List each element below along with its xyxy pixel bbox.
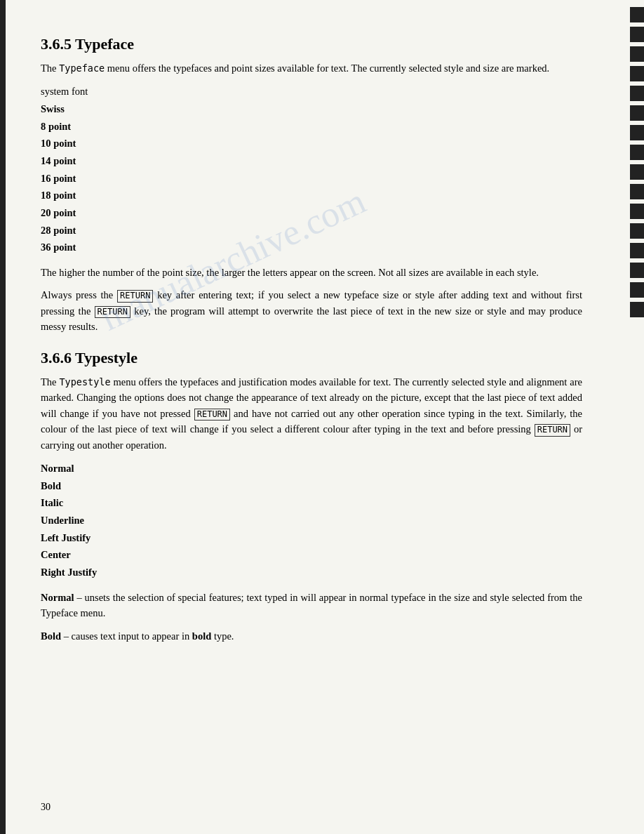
tab-mark <box>630 125 644 140</box>
typeface-code: Typeface <box>59 62 105 74</box>
page: manualarchive.com 3.6.5 Typeface The Typ… <box>0 0 644 834</box>
list-item: 28 point <box>41 222 582 239</box>
section-366-heading: 3.6.6 Typestyle <box>41 349 582 367</box>
bold-example: bold <box>192 630 211 642</box>
normal-term: Normal <box>41 592 74 603</box>
return-key-2: RETURN <box>95 306 130 319</box>
list-item: 16 point <box>41 170 582 187</box>
list-item: Center <box>41 546 582 564</box>
bold-term: Bold <box>41 630 61 642</box>
list-item: Bold <box>41 477 582 495</box>
list-item: 36 point <box>41 239 582 256</box>
list-item: Normal <box>41 460 582 477</box>
list-item: Left Justify <box>41 529 582 547</box>
tab-mark <box>630 66 644 81</box>
typestyle-menu-list: Normal Bold Italic Underline Left Justif… <box>41 460 582 581</box>
tab-mark <box>630 223 644 239</box>
section-366-intro: The Typestyle menu offers the typefaces … <box>41 374 582 453</box>
tab-mark <box>630 145 644 160</box>
list-item: 14 point <box>41 152 582 170</box>
section-365-para2: Always press the RETURN key after enteri… <box>41 287 582 334</box>
page-number: 30 <box>41 802 51 813</box>
return-key-1: RETURN <box>117 290 153 303</box>
typestyle-code: Typestyle <box>59 376 110 388</box>
tab-mark <box>630 282 644 298</box>
tab-mark <box>630 204 644 219</box>
normal-definition: Normal – unsets the selection of special… <box>41 590 582 621</box>
content-area: manualarchive.com 3.6.5 Typeface The Typ… <box>6 0 624 834</box>
section-365-para1: The higher the number of the point size,… <box>41 265 582 280</box>
tab-mark <box>630 86 644 101</box>
list-item: 18 point <box>41 187 582 204</box>
right-tabs <box>624 0 644 834</box>
list-item: Underline <box>41 512 582 529</box>
list-item: Right Justify <box>41 564 582 581</box>
list-item: 20 point <box>41 204 582 222</box>
tab-mark <box>630 302 644 317</box>
tab-mark <box>630 27 644 42</box>
list-item: Italic <box>41 494 582 512</box>
typeface-menu-list: system font Swiss 8 point 10 point 14 po… <box>41 83 582 256</box>
return-key-3: RETURN <box>194 409 230 421</box>
list-item: Swiss <box>41 100 582 118</box>
tab-mark <box>630 7 644 22</box>
section-365-heading: 3.6.5 Typeface <box>41 35 582 53</box>
tab-mark <box>630 243 644 258</box>
left-border <box>0 0 6 834</box>
bold-definition: Bold – causes text input to appear in bo… <box>41 628 582 644</box>
tab-mark <box>630 184 644 199</box>
list-item: 8 point <box>41 118 582 135</box>
list-item: system font <box>41 83 582 100</box>
section-365-intro: The Typeface menu offers the typefaces a… <box>41 60 582 76</box>
return-key-4: RETURN <box>535 424 570 437</box>
list-item: 10 point <box>41 135 582 152</box>
tab-mark <box>630 263 644 278</box>
tab-mark <box>630 164 644 180</box>
tab-mark <box>630 46 644 62</box>
tab-mark <box>630 105 644 121</box>
